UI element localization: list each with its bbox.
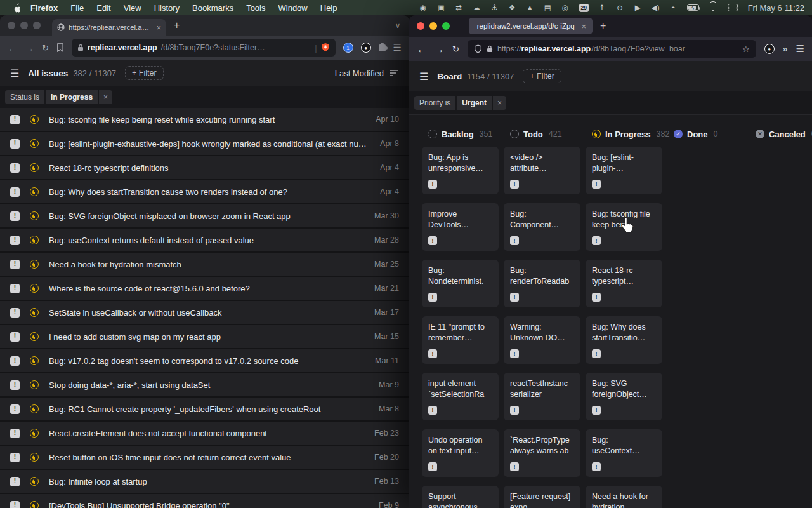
- reload-button[interactable]: ↻: [42, 43, 49, 53]
- filter-field[interactable]: Priority is: [414, 96, 455, 110]
- menu-window[interactable]: Window: [272, 3, 314, 13]
- onepassword-extension-icon[interactable]: 1: [343, 43, 353, 53]
- back-button[interactable]: ←: [8, 43, 17, 53]
- issue-row[interactable]: ! Bug: RC1 Cannot create property '_upda…: [0, 398, 409, 420]
- tracking-shield-icon[interactable]: [474, 44, 482, 53]
- control-center-icon[interactable]: [728, 4, 737, 11]
- kanban-card[interactable]: Bug: renderToReadab !: [504, 260, 580, 307]
- app-menu-icon[interactable]: ☰: [419, 70, 428, 83]
- browser-tab[interactable]: replidraw2.vercel.app/d/c-iZpq ×: [469, 18, 593, 34]
- issue-row[interactable]: ! Stop doing data-*, aria-*, start using…: [0, 373, 409, 396]
- issue-row[interactable]: ! Bug: v17.0.2 tag doesn't seem to corre…: [0, 349, 409, 372]
- menu-clock[interactable]: Fri May 6 11:22: [748, 3, 804, 13]
- close-window-button[interactable]: [417, 22, 424, 30]
- kanban-card[interactable]: Warning: Unknown DO… !: [504, 316, 580, 364]
- new-tab-button[interactable]: +: [593, 20, 613, 32]
- filter-remove-icon[interactable]: ×: [99, 90, 112, 104]
- tab-close-icon[interactable]: ×: [581, 22, 586, 31]
- tab-close-icon[interactable]: ×: [156, 23, 161, 32]
- calendar-icon[interactable]: 29: [579, 4, 589, 12]
- kanban-card[interactable]: React 18-rc typescript… !: [586, 260, 662, 307]
- siri-icon[interactable]: ◓: [669, 3, 678, 13]
- stats-icon[interactable]: ▤: [544, 3, 552, 13]
- browser-menu-icon[interactable]: ☰: [796, 43, 804, 55]
- app-menu-icon[interactable]: ☰: [10, 67, 19, 79]
- kanban-card[interactable]: IE 11 "prompt to remember… !: [422, 316, 499, 364]
- issue-row[interactable]: ! Bug: tsconfig file keep being reset wh…: [0, 108, 409, 131]
- kanban-card[interactable]: `React.PropType always warns ab !: [504, 429, 580, 477]
- issue-row[interactable]: ! Bug: Why does startTransition cause tw…: [0, 180, 409, 203]
- kanban-card[interactable]: Improve DevTools… !: [422, 203, 499, 251]
- kanban-card[interactable]: Need a hook for hydration… !: [586, 486, 662, 508]
- zoom-window-button[interactable]: [442, 22, 450, 30]
- browser-tab[interactable]: https://repliear.vercel.app/d/8b ×: [52, 19, 166, 36]
- issue-row[interactable]: ! React.createElement does not accept fu…: [0, 422, 409, 444]
- zoom-window-button[interactable]: [33, 22, 41, 29]
- new-tab-button[interactable]: +: [166, 20, 187, 31]
- kanban-card[interactable]: Undo operation on text input… !: [422, 429, 499, 477]
- issue-row[interactable]: ! Bug: SVG foreignObject misplaced on br…: [0, 204, 409, 227]
- forward-button[interactable]: →: [435, 44, 444, 55]
- extensions-puzzle-icon[interactable]: [379, 44, 386, 51]
- minimize-window-button[interactable]: [429, 22, 437, 30]
- dropbox-icon[interactable]: ❖: [508, 3, 516, 13]
- upload-icon[interactable]: ↥: [598, 3, 606, 13]
- cloud-icon[interactable]: ☁: [473, 3, 481, 13]
- apple-icon[interactable]: [8, 3, 24, 13]
- menu-view[interactable]: View: [117, 3, 148, 13]
- menu-bookmarks[interactable]: Bookmarks: [186, 3, 240, 13]
- url-bar[interactable]: repliear.vercel.app /d/8bTaoq7F0e?status…: [72, 39, 336, 57]
- back-button[interactable]: ←: [417, 44, 426, 55]
- menu-file[interactable]: File: [64, 3, 90, 13]
- extension-icon[interactable]: ●: [764, 44, 775, 54]
- url-bar[interactable]: https:// repliear.vercel.app /d/8bTaoq7F…: [468, 40, 756, 58]
- vpn-icon[interactable]: ▲: [526, 3, 534, 13]
- play-icon[interactable]: ▶: [634, 3, 642, 13]
- kanban-card[interactable]: Bug: Why does startTransitio… !: [586, 316, 662, 364]
- kanban-card[interactable]: [Feature request] expo… !: [504, 486, 580, 508]
- issue-row[interactable]: ! Where is the source code of react@15.6…: [0, 277, 409, 300]
- kanban-card[interactable]: Bug: App is unresponsive… !: [422, 147, 499, 194]
- issue-row[interactable]: ! [DevTools Bug] Unsupported Bridge oper…: [0, 494, 409, 508]
- extension-icon[interactable]: ●: [361, 43, 371, 53]
- sync-icon[interactable]: ⇄: [455, 3, 463, 13]
- kanban-card[interactable]: Bug: [eslint-plugin-… !: [586, 147, 662, 194]
- add-filter-button[interactable]: + Filter: [125, 66, 164, 80]
- overflow-icon[interactable]: »: [783, 44, 788, 54]
- browser-menu-icon[interactable]: ☰: [393, 42, 402, 53]
- kanban-card[interactable]: Bug: tsconfig file keep bein… !: [586, 203, 662, 251]
- reload-button[interactable]: ↻: [452, 44, 459, 54]
- bookmark-star-icon[interactable]: ☆: [742, 44, 750, 54]
- volume-icon[interactable]: ◀): [652, 3, 660, 13]
- menu-help[interactable]: Help: [314, 3, 344, 13]
- screen-mirror-icon[interactable]: ▣: [437, 3, 445, 13]
- docker-icon[interactable]: ⚓: [490, 3, 499, 13]
- brave-shield-icon[interactable]: [321, 43, 330, 53]
- sort-label[interactable]: Last Modified: [335, 69, 384, 78]
- kanban-card[interactable]: Bug: useContext… !: [586, 429, 662, 477]
- issue-row[interactable]: ! Bug: [eslint-plugin-exhaustive-deps] h…: [0, 132, 409, 155]
- kanban-card[interactable]: <video /> attribute… !: [504, 147, 580, 194]
- menu-edit[interactable]: Edit: [90, 3, 117, 13]
- close-window-button[interactable]: [8, 22, 15, 29]
- menu-tools[interactable]: Tools: [240, 3, 272, 13]
- kanban-card[interactable]: Bug: Component… !: [504, 203, 580, 251]
- issue-row[interactable]: ! React 18-rc typescript definitions Apr…: [0, 156, 409, 179]
- issue-row[interactable]: ! SetState in useCallback or without use…: [0, 301, 409, 324]
- filter-value[interactable]: In Progress: [46, 90, 98, 104]
- filter-remove-icon[interactable]: ×: [493, 96, 506, 110]
- minimize-window-button[interactable]: [20, 22, 28, 29]
- kanban-card[interactable]: reactTestInstanc serializer !: [504, 373, 580, 420]
- power-icon[interactable]: ⊙: [616, 3, 624, 13]
- issue-row[interactable]: ! I need to add custom svg map on my rea…: [0, 325, 409, 348]
- issue-row[interactable]: ! Bug: useContext returns default instea…: [0, 229, 409, 251]
- record-icon[interactable]: ◉: [419, 3, 428, 13]
- filter-value[interactable]: Urgent: [457, 96, 492, 110]
- issue-row[interactable]: ! Bug: Infinite loop at startup Feb 13: [0, 470, 409, 493]
- kanban-card[interactable]: input element `setSelectionRa !: [422, 373, 499, 420]
- forward-button[interactable]: →: [25, 43, 34, 53]
- battery-charging-icon[interactable]: ϟ: [687, 4, 699, 11]
- issue-row[interactable]: ! Need a hook for hydration mismatch Mar…: [0, 253, 409, 276]
- wifi-icon[interactable]: [709, 4, 718, 11]
- filter-field[interactable]: Status is: [5, 90, 44, 104]
